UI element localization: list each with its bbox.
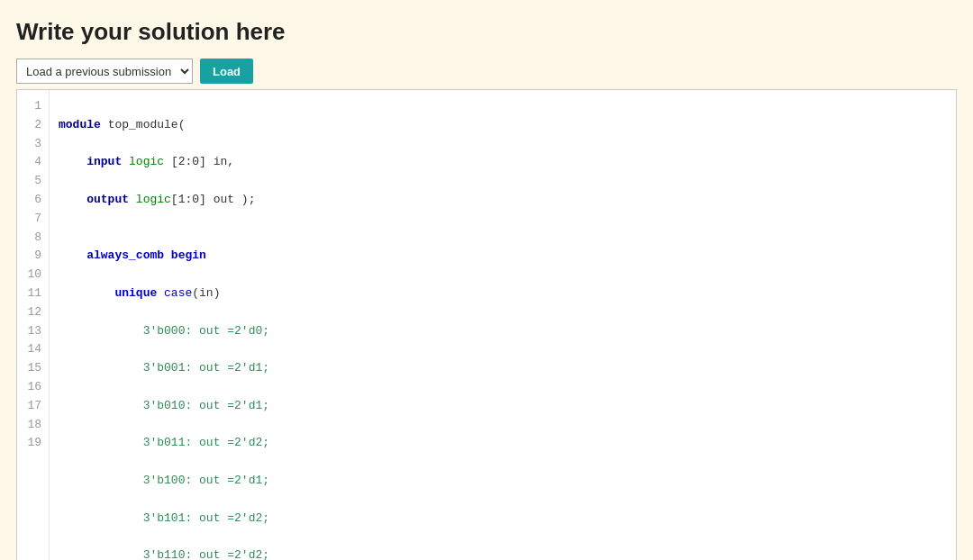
code-content[interactable]: module top_module( input logic [2:0] in,…	[50, 90, 956, 560]
page-title: Write your solution here	[16, 18, 957, 46]
submission-dropdown[interactable]: Load a previous submission	[16, 59, 193, 84]
toolbar: Load a previous submission Load	[16, 59, 957, 84]
load-button[interactable]: Load	[200, 59, 253, 84]
main-container: Write your solution here Load a previous…	[0, 0, 973, 560]
code-editor: 12345 678910 1112131415 16171819 module …	[16, 89, 957, 560]
line-numbers: 12345 678910 1112131415 16171819	[17, 90, 50, 560]
